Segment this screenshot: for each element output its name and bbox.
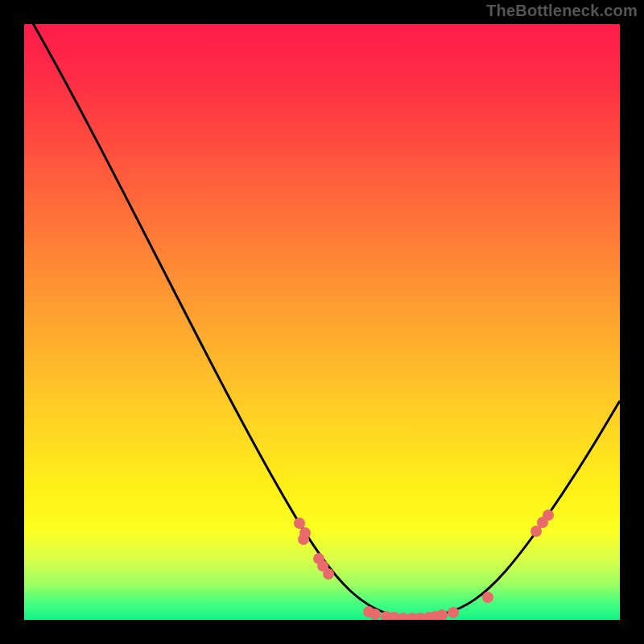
highlight-dot [482, 592, 493, 603]
plot-area [24, 24, 620, 620]
highlight-dot [436, 609, 448, 620]
highlight-dot [448, 607, 459, 618]
highlight-dot [298, 534, 309, 545]
watermark-label: TheBottleneck.com [486, 2, 638, 20]
bottleneck-curve [24, 24, 620, 617]
highlight-dots-group [294, 510, 554, 620]
highlight-dot [369, 609, 381, 620]
highlight-dot [294, 518, 305, 529]
highlight-dot [543, 510, 554, 521]
curve-layer [24, 24, 620, 620]
chart-frame: TheBottleneck.com [0, 0, 644, 644]
highlight-dot [323, 568, 334, 580]
